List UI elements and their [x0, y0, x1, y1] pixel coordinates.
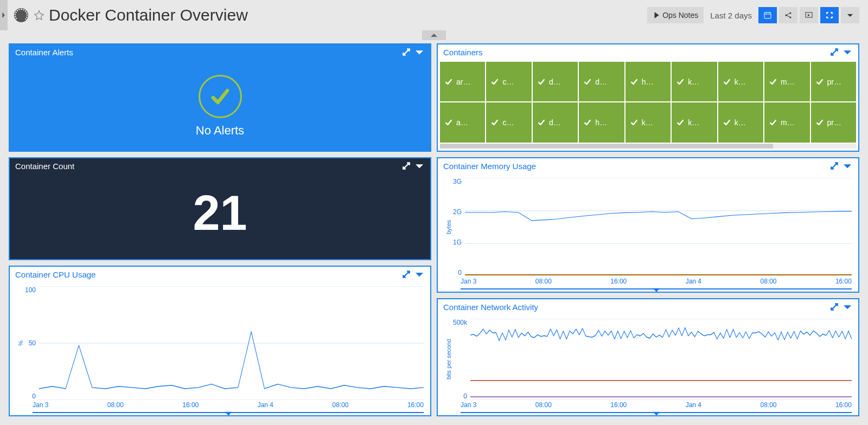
more-menu-button[interactable]: [841, 7, 859, 23]
memory-plot[interactable]: [465, 178, 852, 276]
widget-cpu-usage: Container CPU Usage % 100500 Jan 308:001…: [9, 266, 431, 416]
fullscreen-button[interactable]: [820, 7, 839, 23]
container-tile[interactable]: k…: [672, 62, 717, 101]
widget-containers: Containers ar…c…d…d…h…k…k…m…pr… a…c…d…h……: [437, 43, 859, 152]
container-tile[interactable]: m…: [764, 62, 809, 101]
memory-y-axis: 3G2G1G0: [453, 178, 465, 276]
expand-icon[interactable]: [829, 301, 840, 312]
dashboard-grid: Container Alerts No Alerts Container Cou…: [0, 40, 868, 425]
dashboard-icon: [14, 8, 28, 22]
chevron-down-icon[interactable]: [842, 47, 853, 57]
container-tiles: ar…c…d…d…h…k…k…m…pr… a…c…d…h…k…k…k…m…pr…: [440, 62, 856, 143]
y-axis-label: bits per second: [444, 319, 453, 400]
svg-rect-0: [764, 12, 771, 18]
widget-container-alerts: Container Alerts No Alerts: [9, 43, 431, 152]
chevron-down-icon: [652, 286, 661, 295]
container-count-value: 21: [16, 178, 424, 248]
widget-container-count: Container Count 21: [9, 157, 431, 260]
container-tile[interactable]: m…: [764, 102, 809, 142]
time-range-label: Last 2 days: [706, 7, 756, 23]
no-alerts-text: No Alerts: [196, 124, 244, 138]
network-plot[interactable]: [470, 319, 852, 400]
expand-icon[interactable]: [829, 47, 840, 57]
container-tile[interactable]: a…: [440, 102, 485, 142]
widget-title: Container CPU Usage: [15, 270, 95, 279]
container-tile[interactable]: k…: [718, 62, 763, 101]
chevron-down-icon[interactable]: [842, 301, 853, 312]
check-circle-icon: [199, 75, 242, 118]
x-axis-scroller[interactable]: [461, 412, 852, 413]
chevron-down-icon[interactable]: [842, 160, 853, 171]
expand-icon[interactable]: [401, 269, 412, 280]
header-bar: Docker Container Overview Ops Notes Last…: [0, 0, 868, 30]
container-tile[interactable]: c…: [486, 102, 531, 142]
y-axis-label: bytes: [444, 178, 453, 276]
y-axis-label: %: [16, 286, 25, 400]
network-x-axis: Jan 308:0016:00Jan 408:0016:00: [444, 400, 852, 410]
ops-notes-label: Ops Notes: [662, 11, 698, 20]
memory-x-axis: Jan 308:0016:00Jan 408:0016:00: [444, 276, 852, 286]
no-alerts-indicator: No Alerts: [16, 64, 424, 149]
chevron-down-icon: [652, 410, 661, 418]
slideshow-button[interactable]: [800, 7, 818, 23]
widget-title: Containers: [443, 48, 483, 57]
chevron-down-icon[interactable]: [414, 47, 425, 57]
x-axis-scroller[interactable]: [33, 412, 424, 413]
chevron-down-icon[interactable]: [414, 269, 425, 280]
svg-line-7: [787, 14, 790, 15]
favorite-star-button[interactable]: [33, 9, 46, 22]
container-tile[interactable]: d…: [533, 102, 578, 142]
cpu-y-axis: 100500: [25, 286, 39, 400]
cpu-plot[interactable]: [39, 286, 424, 400]
container-tile[interactable]: h…: [626, 62, 671, 101]
container-tile[interactable]: pr…: [811, 62, 856, 101]
container-tile[interactable]: k…: [718, 102, 763, 142]
widget-title: Container Memory Usage: [443, 162, 536, 171]
expand-icon[interactable]: [829, 160, 840, 171]
container-tile[interactable]: pr…: [811, 102, 856, 142]
widget-memory-usage: Container Memory Usage bytes 3G2G1G0 Jan…: [437, 157, 859, 293]
container-tile[interactable]: c…: [486, 62, 531, 101]
x-axis-scroller[interactable]: [461, 288, 852, 289]
svg-line-8: [787, 16, 790, 17]
left-column: Container Alerts No Alerts Container Cou…: [9, 43, 431, 416]
container-tile[interactable]: k…: [672, 102, 717, 142]
collapse-header-tab[interactable]: [422, 30, 446, 40]
expand-sidebar-button[interactable]: [0, 0, 8, 30]
container-tile[interactable]: k…: [626, 102, 671, 142]
chevron-down-icon: [224, 410, 233, 418]
header-toolbar: Ops Notes Last 2 days: [647, 7, 859, 23]
widget-network-activity: Container Network Activity bits per seco…: [437, 298, 859, 416]
container-tile[interactable]: d…: [579, 62, 624, 101]
chevron-down-icon[interactable]: [414, 160, 425, 171]
tiles-scrollbar[interactable]: [440, 144, 856, 149]
cpu-x-axis: Jan 308:0016:00Jan 408:0016:00: [16, 400, 424, 410]
network-y-axis: 500k0: [453, 319, 470, 400]
expand-icon[interactable]: [401, 47, 412, 57]
page-title: Docker Container Overview: [49, 6, 248, 24]
widget-title: Container Network Activity: [443, 302, 538, 312]
expand-icon[interactable]: [401, 160, 412, 171]
container-tile[interactable]: d…: [533, 62, 578, 101]
widget-title: Container Count: [15, 162, 74, 171]
ops-notes-button[interactable]: Ops Notes: [647, 7, 704, 23]
calendar-button[interactable]: [758, 7, 777, 23]
container-tile[interactable]: ar…: [440, 62, 485, 101]
share-button[interactable]: [779, 7, 797, 23]
widget-title: Container Alerts: [15, 48, 73, 57]
container-tile[interactable]: h…: [579, 102, 624, 142]
right-column: Containers ar…c…d…d…h…k…k…m…pr… a…c…d…h……: [437, 43, 859, 416]
